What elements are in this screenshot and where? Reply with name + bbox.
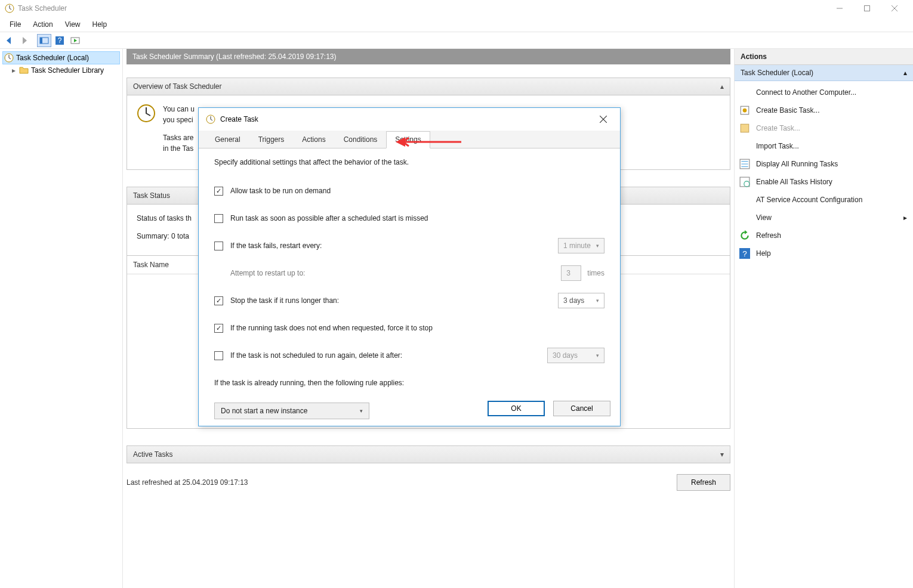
- label-allow-on-demand: Allow task to be run on demand: [230, 187, 604, 195]
- dialog-body: Specify additional settings that affect …: [199, 148, 620, 437]
- dialog-description: Specify additional settings that affect …: [214, 158, 604, 166]
- chevron-right-icon: ▸: [903, 213, 907, 222]
- menu-action[interactable]: Action: [27, 18, 58, 31]
- checkbox-run-asap[interactable]: [214, 214, 223, 223]
- overview-text-2: you speci: [163, 116, 193, 124]
- dialog-tabs: General Triggers Actions Conditions Sett…: [199, 131, 620, 148]
- action-label: Refresh: [756, 231, 781, 240]
- combo-value: 1 minute: [563, 242, 591, 250]
- actions-group-label: Task Scheduler (Local): [741, 69, 813, 77]
- toolbar: ?: [0, 32, 913, 49]
- action-label: Create Basic Task...: [756, 106, 820, 114]
- svg-rect-1: [865, 6, 870, 11]
- summary-header: Task Scheduler Summary (Last refreshed: …: [127, 49, 730, 64]
- ok-button[interactable]: OK: [488, 401, 545, 416]
- actions-pane: Actions Task Scheduler (Local) ▴ Connect…: [734, 49, 913, 588]
- action-connect[interactable]: Connect to Another Computer...: [735, 83, 913, 101]
- action-view[interactable]: View▸: [735, 209, 913, 227]
- cancel-button[interactable]: Cancel: [553, 401, 610, 416]
- action-label: Enable All Tasks History: [756, 178, 832, 186]
- action-display-running[interactable]: Display All Running Tasks: [735, 155, 913, 173]
- action-at-config[interactable]: AT Service Account Configuration: [735, 191, 913, 209]
- combo-value: 3 days: [563, 296, 584, 305]
- action-refresh[interactable]: Refresh: [735, 227, 913, 245]
- tree-library[interactable]: ▸ Task Scheduler Library: [11, 64, 120, 76]
- maximize-button[interactable]: [853, 0, 881, 17]
- actions-group[interactable]: Task Scheduler (Local) ▴: [735, 65, 913, 81]
- combo-stop-duration[interactable]: 3 days▾: [558, 293, 604, 308]
- svg-point-14: [744, 181, 749, 187]
- close-button[interactable]: [881, 0, 908, 17]
- combo-rule[interactable]: Do not start a new instance▾: [214, 403, 369, 419]
- last-refresh-row: Last refreshed at 25.04.2019 09:17:13 Re…: [127, 474, 730, 491]
- back-button[interactable]: [2, 34, 17, 47]
- action-help[interactable]: ?Help: [735, 245, 913, 262]
- chevron-down-icon: ▾: [720, 450, 724, 459]
- combo-delete-duration[interactable]: 30 days▾: [547, 348, 604, 363]
- blank-icon: [739, 212, 750, 223]
- label-force-stop: If the running task does not end when re…: [230, 324, 604, 332]
- overview-text-4: in the Tas: [163, 144, 193, 153]
- actions-title: Actions: [735, 49, 913, 65]
- chevron-down-icon: ▾: [596, 243, 599, 249]
- blank-icon: [739, 194, 750, 205]
- action-import[interactable]: Import Task...: [735, 137, 913, 155]
- clock-icon: [4, 53, 14, 63]
- input-attempt-count[interactable]: 3: [561, 265, 581, 281]
- svg-text:?: ?: [58, 36, 62, 45]
- help-icon: ?: [739, 248, 750, 259]
- dialog-title: Create Task: [220, 115, 258, 123]
- refresh-button[interactable]: Refresh: [677, 474, 730, 491]
- forward-button[interactable]: [18, 34, 32, 47]
- tree-library-label: Task Scheduler Library: [31, 66, 104, 75]
- input-value: 3: [566, 269, 570, 277]
- tab-triggers[interactable]: Triggers: [249, 131, 294, 148]
- dialog-close-button[interactable]: [594, 111, 613, 128]
- task-icon: [739, 123, 750, 134]
- dialog-titlebar: Create Task: [199, 108, 620, 131]
- chevron-down-icon: ▾: [596, 352, 599, 358]
- create-task-dialog: Create Task General Triggers Actions Con…: [198, 107, 621, 426]
- titlebar: Task Scheduler: [0, 0, 913, 17]
- menu-file[interactable]: File: [4, 18, 27, 31]
- toolbar-run-button[interactable]: [68, 34, 82, 47]
- menu-view[interactable]: View: [59, 18, 87, 31]
- toolbar-scope-button[interactable]: [37, 34, 51, 47]
- combo-restart-interval[interactable]: 1 minute▾: [558, 238, 604, 253]
- tab-conditions[interactable]: Conditions: [335, 131, 387, 148]
- checkbox-stop-long[interactable]: [214, 296, 223, 305]
- tab-general[interactable]: General: [206, 131, 249, 148]
- tree-root[interactable]: Task Scheduler (Local): [2, 51, 120, 64]
- action-label: View: [756, 213, 772, 222]
- action-create-basic[interactable]: Create Basic Task...: [735, 101, 913, 119]
- tab-settings[interactable]: Settings: [386, 131, 430, 148]
- action-label: Import Task...: [756, 142, 799, 150]
- action-create-task[interactable]: Create Task...: [735, 119, 913, 137]
- overview-header[interactable]: Overview of Task Scheduler ▴: [127, 78, 730, 95]
- chevron-down-icon: ▾: [360, 408, 363, 414]
- tree-pane: Task Scheduler (Local) ▸ Task Scheduler …: [0, 49, 123, 588]
- checkbox-restart[interactable]: [214, 242, 223, 250]
- overview-text-1: You can u: [163, 105, 195, 113]
- blank-icon: [739, 141, 750, 151]
- label-delete-after: If the task is not scheduled to run agai…: [230, 351, 499, 360]
- svg-rect-3: [40, 38, 42, 44]
- minimize-button[interactable]: [826, 0, 853, 17]
- last-refresh-text: Last refreshed at 25.04.2019 09:17:13: [127, 478, 677, 487]
- action-label: AT Service Account Configuration: [756, 196, 862, 204]
- svg-point-10: [743, 109, 747, 113]
- checkbox-force-stop[interactable]: [214, 324, 223, 333]
- menu-help[interactable]: Help: [87, 18, 113, 31]
- chevron-up-icon: ▴: [720, 82, 724, 91]
- tab-actions[interactable]: Actions: [293, 131, 334, 148]
- action-label: Help: [756, 249, 771, 258]
- toolbar-help-button[interactable]: ?: [53, 34, 67, 47]
- checkbox-allow-on-demand[interactable]: [214, 187, 223, 196]
- checkbox-delete-after[interactable]: [214, 351, 223, 360]
- history-icon: [739, 177, 750, 187]
- chevron-up-icon: ▴: [903, 69, 907, 77]
- overview-text-3: Tasks are: [163, 134, 193, 142]
- action-enable-history[interactable]: Enable All Tasks History: [735, 173, 913, 191]
- active-header[interactable]: Active Tasks ▾: [127, 445, 730, 463]
- active-title: Active Tasks: [133, 450, 172, 459]
